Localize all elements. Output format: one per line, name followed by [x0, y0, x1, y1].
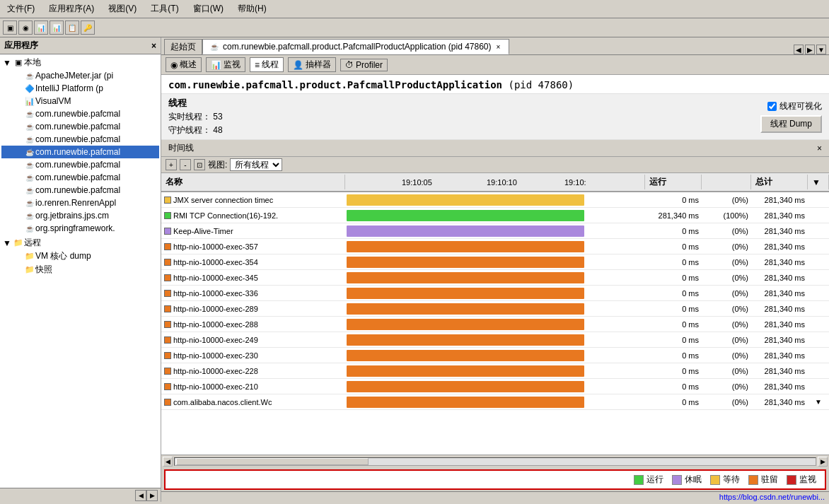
sidebar-item-renren[interactable]: ☕ io.renren.RenrenAppl [1, 197, 159, 209]
table-row[interactable]: http-nio-10000-exec-2490 ms(0%)281,340 m… [161, 332, 829, 348]
sidebar-item-intellij[interactable]: 🔷 IntelliJ Platform (p [1, 82, 159, 95]
col-header-sort[interactable]: ▼ [808, 175, 829, 189]
thread-bar [347, 241, 584, 252]
sidebar-item-remote[interactable]: ▼ 📁 远程 [1, 236, 159, 250]
thread-dump-button[interactable]: 线程 Dump [760, 115, 822, 133]
table-row[interactable]: http-nio-10000-exec-3360 ms(0%)281,340 m… [161, 286, 829, 301]
menu-window[interactable]: 窗口(W) [189, 1, 228, 16]
subtoolbar-overview[interactable]: ◉ 概述 [166, 57, 202, 72]
table-row[interactable]: http-nio-10000-exec-2280 ms(0%)281,340 m… [161, 363, 829, 379]
legend-color-running [634, 475, 644, 485]
toolbar-btn-1[interactable]: ▣ [3, 20, 17, 35]
subtoolbar-profiler[interactable]: ⏱ Profiler [340, 59, 388, 71]
subtoolbar-sampler[interactable]: 👤 抽样器 [288, 57, 336, 72]
sidebar-item-label-local: 本地 [24, 57, 159, 69]
sidebar-item-pafcmall-1[interactable]: ☕ com.runewbie.pafcmal [1, 107, 159, 120]
thread-bar [347, 381, 584, 392]
sidebar-item-springframework[interactable]: ☕ org.springframework. [1, 222, 159, 235]
sidebar-item-pafcmall-4[interactable]: ☕ com.runewbie.pafcmal [1, 158, 159, 171]
sidebar-item-label-vm-dump: VM 核心 dump [35, 250, 159, 262]
table-row[interactable]: http-nio-10000-exec-3540 ms(0%)281,340 m… [161, 254, 829, 270]
menu-view[interactable]: 视图(V) [104, 1, 141, 16]
toolbar-btn-6[interactable]: 🔑 [81, 20, 95, 35]
table-row[interactable]: com.alibaba.nacos.client.Wc0 ms(0%)281,3… [161, 394, 829, 410]
scroll-track[interactable] [174, 457, 816, 466]
view-select[interactable]: 所有线程 [230, 158, 282, 171]
scroll-left-btn[interactable]: ◀ [163, 457, 173, 467]
sidebar-item-pafcmall-selected[interactable]: ☕ com.runewbie.pafcmal [1, 146, 159, 158]
status-bar: https://blog.csdn.net/runewbi... [161, 491, 829, 502]
toolbar-btn-5[interactable]: 📋 [65, 20, 79, 35]
tab-nav-back[interactable]: ◀ [794, 45, 804, 54]
profiler-icon: ⏱ [345, 60, 354, 70]
table-row[interactable]: http-nio-10000-exec-2100 ms(0%)281,340 m… [161, 379, 829, 394]
sidebar-item-pafcmall-5[interactable]: ☕ com.runewbie.pafcmal [1, 171, 159, 184]
table-row[interactable]: http-nio-10000-exec-2300 ms(0%)281,340 m… [161, 348, 829, 363]
daemon-threads: 守护线程： 48 [168, 124, 223, 136]
table-row[interactable]: http-nio-10000-exec-3570 ms(0%)281,340 m… [161, 239, 829, 254]
sidebar-item-pafcmall-6[interactable]: ☕ com.runewbie.pafcmal [1, 184, 159, 197]
table-row[interactable]: http-nio-10000-exec-2880 ms(0%)281,340 m… [161, 317, 829, 332]
scroll-right-btn[interactable]: ▶ [818, 457, 828, 467]
menu-app[interactable]: 应用程序(A) [45, 1, 98, 16]
sub-toolbar: ◉ 概述 📊 监视 ≡ 线程 👤 抽样器 ⏱ Profiler [161, 55, 829, 75]
thread-run-ms: 0 ms [645, 196, 702, 204]
sidebar-item-snapshot[interactable]: 📁 快照 [1, 263, 159, 276]
sidebar-item-visualvm[interactable]: 📊 VisualVM [1, 95, 159, 107]
sidebar-item-label-pafcmall-4: com.runewbie.pafcmal [35, 160, 159, 170]
tab-close-btn[interactable]: × [494, 42, 503, 51]
timeline-close-btn[interactable]: × [817, 143, 822, 153]
thread-name-text: http-nio-10000-exec-354 [173, 258, 258, 266]
thread-run-ms: 0 ms [645, 320, 702, 329]
thread-bar-cell [345, 397, 645, 408]
table-row[interactable]: http-nio-10000-exec-3450 ms(0%)281,340 m… [161, 270, 829, 286]
sidebar-item-pafcmall-2[interactable]: ☕ com.runewbie.pafcmal [1, 120, 159, 133]
legend-monitor: 监视 [787, 474, 816, 486]
table-row[interactable]: RMI TCP Connection(16)-192.281,340 ms(10… [161, 208, 829, 223]
menu-file[interactable]: 文件(F) [3, 1, 39, 16]
toolbar-btn-2[interactable]: ◉ [18, 20, 33, 35]
sidebar-item-vm-dump[interactable]: 📁 VM 核心 dump [1, 250, 159, 263]
subtoolbar-threads[interactable]: ≡ 线程 [250, 57, 284, 72]
tab-nav-forward[interactable]: ▶ [805, 45, 815, 54]
table-row[interactable]: http-nio-10000-exec-2890 ms(0%)281,340 m… [161, 301, 829, 317]
table-row[interactable]: JMX server connection timec0 ms(0%)281,3… [161, 192, 829, 208]
menu-tools[interactable]: 工具(T) [146, 1, 182, 16]
sidebar-back-btn[interactable]: ◀ [135, 490, 146, 501]
tab-active[interactable]: ☕ com.runewbie.pafcmall.product.Pafcmall… [202, 39, 509, 54]
thread-name-cell: http-nio-10000-exec-289 [161, 305, 345, 313]
thread-bar-cell [345, 365, 645, 377]
tab-home[interactable]: 起始页 [164, 39, 202, 54]
toolbar-btn-3[interactable]: 📊 [34, 20, 48, 35]
sidebar-close-btn[interactable]: × [151, 41, 156, 51]
zoom-fit-btn[interactable]: ⊡ [194, 159, 205, 170]
java-icon: ☕ [24, 210, 35, 221]
thread-run-ms: 0 ms [645, 382, 702, 391]
tab-nav-dropdown[interactable]: ▼ [816, 45, 826, 54]
menu-help[interactable]: 帮助(H) [233, 1, 271, 16]
sidebar-item-jetbrains[interactable]: ☕ org.jetbrains.jps.cm [1, 209, 159, 222]
realtime-value: 53 [213, 112, 222, 122]
zoom-out-btn[interactable]: - [180, 159, 191, 170]
table-row[interactable]: Keep-Alive-Timer0 ms(0%)281,340 ms [161, 223, 829, 239]
sidebar-item-local[interactable]: ▼ ▣ 本地 [1, 56, 159, 69]
thread-visible-checkbox[interactable] [767, 102, 777, 111]
scroll-thumb[interactable] [176, 458, 369, 465]
sidebar: 应用程序 × ▼ ▣ 本地 ☕ ApacheJMeter.jar (pi [0, 37, 161, 502]
sidebar-item-label-remote: 远程 [24, 237, 159, 249]
toolbar-btn-4[interactable]: 📊 [50, 20, 64, 35]
thread-run-ms: 0 ms [645, 289, 702, 298]
thread-name-text: http-nio-10000-exec-228 [173, 367, 258, 375]
status-url: https://blog.csdn.net/runewbi... [719, 493, 825, 501]
zoom-in-btn[interactable]: + [166, 159, 177, 170]
sidebar-item-label-visualvm: VisualVM [35, 96, 159, 106]
sidebar-item-apachejmeter[interactable]: ☕ ApacheJMeter.jar (pi [1, 69, 159, 82]
sidebar-item-pafcmall-3[interactable]: ☕ com.runewbie.pafcmal [1, 133, 159, 146]
thread-name-text: http-nio-10000-exec-289 [173, 305, 258, 313]
subtoolbar-monitor[interactable]: 📊 监视 [206, 57, 245, 72]
sidebar-item-label-pafcmall-3: com.runewbie.pafcmal [35, 134, 159, 144]
thread-total: 281,340 ms [751, 242, 808, 251]
thread-pct: (0%) [702, 242, 751, 251]
sidebar-forward-btn[interactable]: ▶ [146, 490, 158, 501]
dump-icon: 📁 [24, 251, 35, 262]
